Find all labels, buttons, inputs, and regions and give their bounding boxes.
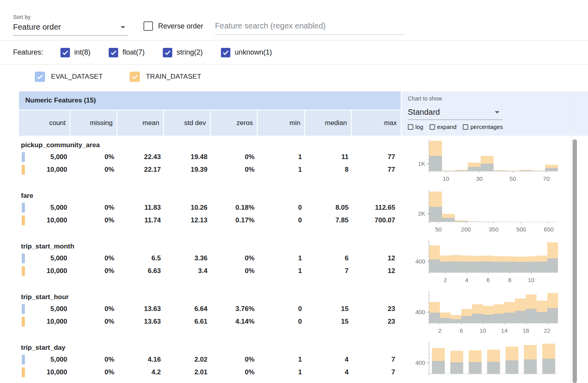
stat-value: 11.83 (144, 204, 161, 211)
stat-median: 7.85 (304, 216, 351, 224)
stat-value: 2.01 (194, 368, 207, 376)
toolbar: Sort by Feature order Reverse order (0, 0, 588, 41)
stat-value: 0 (298, 204, 302, 211)
dataset-color-swatch (22, 317, 25, 327)
svg-text:8: 8 (508, 277, 511, 283)
chart-to-show-label: Chart to show (408, 95, 588, 102)
stat-missing: 0% (70, 267, 117, 275)
feature-search-input[interactable] (215, 18, 405, 35)
feature-chart: 400 (406, 340, 561, 383)
stat-zeros: 0% (210, 267, 257, 275)
stat-value: 0% (245, 368, 254, 376)
dataset-toggle-train[interactable]: TRAIN_DATASET (130, 72, 201, 82)
stat-value: 0% (104, 318, 114, 325)
stat-median: 4 (304, 356, 351, 364)
stat-max: 12 (351, 267, 398, 275)
stat-value: 6.63 (148, 267, 161, 275)
reverse-order-checkbox[interactable]: Reverse order (143, 21, 203, 36)
stat-median: 15 (304, 318, 351, 326)
stat-min: 0 (257, 216, 304, 224)
dataset-toggle-eval[interactable]: EVAL_DATASET (35, 72, 103, 82)
toggle-percentages[interactable]: percentages (463, 123, 503, 130)
feature-type-filter-float[interactable]: float(7) (109, 48, 145, 57)
stat-count: 5,000 (19, 153, 70, 161)
stat-count: 10,000 (19, 216, 70, 224)
feature-type-filter-label: unknown(1) (235, 48, 272, 57)
feature-row-eval: 5,0000%11.8310.260.18%08.05112.65 (19, 201, 398, 214)
feature-stats: fare5,0000%11.8310.260.18%08.05112.6510,… (19, 188, 398, 239)
feature-histogram: 4002610141822 (406, 289, 561, 338)
svg-text:18: 18 (522, 327, 529, 334)
checkbox-checked-icon (130, 72, 140, 82)
stat-min: 1 (257, 368, 304, 376)
svg-text:10: 10 (528, 277, 535, 283)
stat-max: 700.07 (351, 216, 398, 224)
stat-value: 700.07 (375, 216, 395, 224)
toggle-log[interactable]: log (408, 123, 423, 130)
dataset-color-swatch (22, 216, 25, 226)
stat-value: 0% (104, 368, 114, 376)
stat-value: 6.64 (194, 305, 207, 313)
dataset-label: TRAIN_DATASET (146, 73, 201, 81)
column-header-min: min (257, 110, 304, 136)
stat-median: 11 (304, 153, 351, 161)
stat-value: 3.36 (194, 254, 207, 262)
toggle-label: percentages (470, 123, 503, 130)
stat-value: 7 (345, 267, 349, 275)
feature-histogram: 1K10305070 (406, 137, 561, 186)
feature-row-train: 10,0000%13.636.614.14%01523 (19, 315, 398, 328)
feature-type-filter-unknown[interactable]: unknown(1) (221, 48, 272, 57)
stat-value: 19.48 (190, 153, 207, 161)
stat-value: 0 (298, 216, 302, 224)
feature-block: pickup_community_area5,0000%22.4319.480%… (19, 137, 588, 188)
stat-max: 12 (351, 254, 398, 262)
checkbox-checked-icon (221, 48, 230, 57)
checkbox-icon (408, 124, 413, 130)
svg-text:400: 400 (415, 359, 425, 366)
feature-type-filter-label: string(2) (177, 48, 203, 57)
dataset-color-swatch (22, 368, 25, 377)
svg-text:6: 6 (486, 277, 490, 283)
stat-min: 0 (257, 318, 304, 326)
stat-std-dev: 10.26 (163, 204, 210, 212)
feature-stats: pickup_community_area5,0000%22.4319.480%… (19, 137, 398, 188)
stat-value: 12.13 (190, 216, 207, 224)
svg-text:2: 2 (444, 277, 447, 283)
reverse-order-label: Reverse order (158, 22, 203, 30)
stat-missing: 0% (70, 204, 117, 212)
dataset-color-swatch (22, 355, 25, 365)
stat-value: 0% (245, 166, 254, 173)
chart-controls-panel: Chart to show Standard logexpandpercenta… (401, 91, 588, 136)
sort-by-group: Sort by Feature order (13, 14, 128, 36)
stat-value: 22.43 (144, 153, 161, 161)
stat-value: 6.61 (194, 318, 207, 325)
stat-value: 6 (345, 254, 349, 262)
features-filter-bar: Features: int(8)float(7)string(2)unknown… (0, 41, 588, 64)
sort-by-select[interactable]: Feature order (13, 20, 128, 36)
check-icon (222, 49, 230, 57)
feature-row-eval: 5,0000%22.4319.480%11177 (19, 151, 398, 163)
stat-value: 10,000 (47, 267, 67, 275)
stat-min: 0 (257, 204, 304, 212)
feature-type-filter-int[interactable]: int(8) (60, 48, 90, 57)
stat-mean: 6.5 (117, 254, 163, 262)
feature-type-filter-string[interactable]: string(2) (163, 48, 203, 57)
svg-text:2K: 2K (418, 210, 425, 217)
stat-max: 77 (351, 166, 398, 174)
features-label: Features: (13, 48, 43, 57)
feature-type-filter-label: int(8) (74, 48, 90, 57)
stat-mean: 22.17 (117, 166, 163, 174)
feature-list: pickup_community_area5,0000%22.4319.480%… (19, 137, 588, 383)
stat-value: 0% (104, 305, 114, 313)
column-header-median: median (304, 110, 351, 136)
chart-type-select[interactable]: Standard (408, 105, 503, 120)
stat-zeros: 3.76% (210, 305, 257, 313)
vertical-scrollbar[interactable] (573, 139, 577, 383)
chart-toggles: logexpandpercentages (408, 123, 588, 130)
stat-std-dev: 12.13 (163, 216, 210, 224)
stat-zeros: 0% (210, 368, 257, 376)
stat-min: 1 (257, 153, 304, 161)
column-header-max: max (351, 110, 401, 136)
toggle-expand[interactable]: expand (430, 123, 456, 130)
svg-text:200: 200 (461, 226, 471, 233)
